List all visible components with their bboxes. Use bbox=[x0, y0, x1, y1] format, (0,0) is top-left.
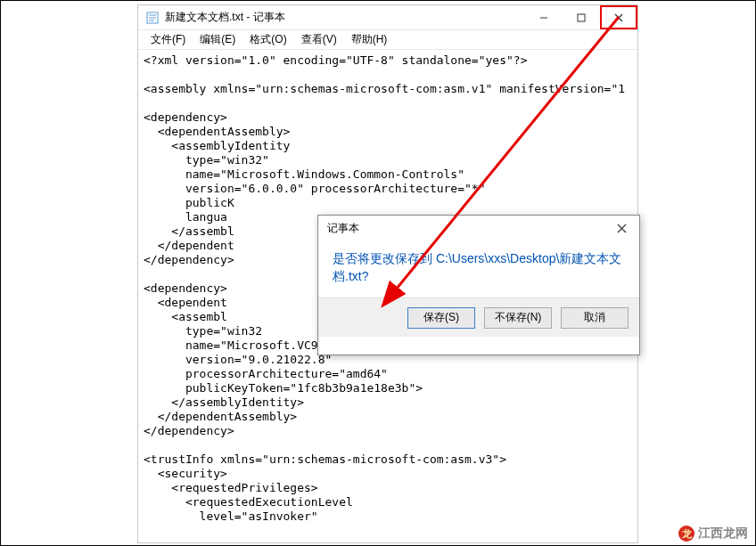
watermark-icon: 龙 bbox=[678, 526, 694, 542]
minimize-button[interactable] bbox=[525, 5, 563, 29]
notepad-icon bbox=[145, 11, 160, 25]
window-title: 新建文本文档.txt - 记事本 bbox=[165, 10, 525, 25]
menu-help[interactable]: 帮助(H) bbox=[344, 30, 395, 49]
titlebar: 新建文本文档.txt - 记事本 bbox=[138, 5, 637, 30]
save-button[interactable]: 保存(S) bbox=[407, 307, 475, 329]
menu-format[interactable]: 格式(O) bbox=[242, 30, 293, 49]
dialog-message: 是否将更改保存到 C:\Users\xxs\Desktop\新建文本文档.txt… bbox=[318, 240, 639, 297]
close-button[interactable] bbox=[600, 5, 637, 29]
dialog-buttons: 保存(S) 不保存(N) 取消 bbox=[318, 297, 639, 337]
save-dialog: 记事本 是否将更改保存到 C:\Users\xxs\Desktop\新建文本文档… bbox=[317, 215, 640, 355]
window-controls bbox=[525, 5, 637, 29]
watermark-text: 江西龙网 bbox=[698, 526, 748, 542]
dont-save-button[interactable]: 不保存(N) bbox=[484, 307, 552, 329]
watermark: 龙 江西龙网 bbox=[678, 526, 748, 542]
menu-edit[interactable]: 编辑(E) bbox=[193, 30, 242, 49]
dialog-titlebar: 记事本 bbox=[318, 216, 639, 240]
dialog-close-button[interactable] bbox=[604, 216, 639, 240]
svg-rect-5 bbox=[578, 14, 585, 21]
dialog-title: 记事本 bbox=[327, 221, 359, 236]
menu-file[interactable]: 文件(F) bbox=[144, 30, 193, 49]
menubar: 文件(F) 编辑(E) 格式(O) 查看(V) 帮助(H) bbox=[138, 30, 637, 50]
menu-view[interactable]: 查看(V) bbox=[294, 30, 344, 49]
maximize-button[interactable] bbox=[563, 5, 600, 29]
cancel-button[interactable]: 取消 bbox=[561, 307, 629, 329]
